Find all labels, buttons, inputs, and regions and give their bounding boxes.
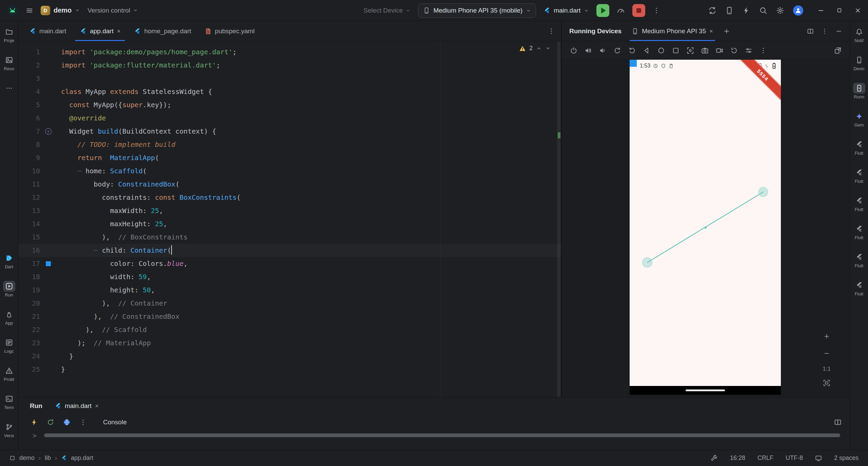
flutter-device-selector[interactable]: Select Device <box>363 7 411 14</box>
tool-flutter-outline[interactable]: Flutt <box>850 139 868 156</box>
device-selector[interactable]: Medium Phone API 35 (mobile) <box>418 3 536 18</box>
code-line-22[interactable]: 22 ), // Scaffold <box>18 323 561 336</box>
code-line-20[interactable]: 20 ), // Container <box>18 297 561 310</box>
version-control-menu[interactable]: Version control <box>87 7 138 14</box>
power-icon[interactable] <box>570 47 577 54</box>
search-icon[interactable] <box>759 6 767 15</box>
tab-main.dart[interactable]: main.dart <box>22 21 73 41</box>
gradle-sync-icon[interactable] <box>708 6 716 15</box>
device-manager-icon[interactable] <box>725 6 733 15</box>
code-line-1[interactable]: 1import 'package:demo/pages/home_page.da… <box>18 45 561 59</box>
settings-icon[interactable] <box>776 6 784 15</box>
code-line-4[interactable]: 4class MyApp extends StatelessWidget { <box>18 85 561 98</box>
tool-logcat[interactable]: Logc <box>0 337 18 354</box>
record-icon[interactable] <box>716 47 723 54</box>
tool-flutter-performance[interactable]: Flutt <box>850 195 868 212</box>
main-menu-icon[interactable] <box>26 7 33 14</box>
tool-dart-analysis[interactable]: Dart <box>0 253 18 269</box>
lightning-icon[interactable] <box>742 6 750 15</box>
close-run-tab-icon[interactable]: × <box>95 403 99 409</box>
tool-running-devices[interactable]: Runn <box>850 83 868 99</box>
code-line-21[interactable]: 21 ), // ConstrainedBox <box>18 310 561 323</box>
tool-flutter-inspector[interactable]: Flutt <box>850 167 868 184</box>
tool-run[interactable]: Run <box>0 281 18 297</box>
close-window-icon[interactable] <box>854 7 861 14</box>
line-ending[interactable]: CRLF <box>757 454 773 462</box>
volume-up-icon[interactable] <box>585 47 592 54</box>
override-gutter-icon[interactable]: ↑ <box>45 128 52 135</box>
tool-notifications[interactable]: Notif <box>850 26 868 43</box>
more-actions-icon[interactable] <box>653 7 660 14</box>
code-line-23[interactable]: 23 ); // MaterialApp <box>18 336 561 350</box>
code-editor[interactable]: 1import 'package:demo/pages/home_page.da… <box>18 41 561 397</box>
tab-pubspec.yaml[interactable]: pubspec.yaml <box>198 21 261 41</box>
color-preview-swatch[interactable] <box>45 261 51 267</box>
tab-app.dart[interactable]: app.dart× <box>73 21 127 41</box>
tool-terminal[interactable]: Term <box>0 393 18 410</box>
more-v-icon[interactable] <box>760 47 767 54</box>
hide-panel-icon[interactable] <box>835 28 842 35</box>
tool-flutter-deep-links[interactable]: Flutt <box>850 252 868 268</box>
detach-window-icon[interactable] <box>834 47 842 54</box>
console-options-icon[interactable] <box>79 419 87 426</box>
devtools-icon[interactable] <box>63 419 71 426</box>
home-icon[interactable] <box>657 47 665 54</box>
tool-app-insights[interactable]: App <box>0 309 18 326</box>
camera-icon[interactable] <box>701 47 709 54</box>
code-line-6[interactable]: 6 @override <box>18 112 561 125</box>
zoom-out-button[interactable]: − <box>824 348 829 359</box>
rotate-cw-icon[interactable] <box>628 47 636 54</box>
screen-reader-icon[interactable] <box>815 455 822 462</box>
code-line-24[interactable]: 24 } <box>18 350 561 363</box>
cursor-position[interactable]: 16:28 <box>730 454 745 462</box>
profiler-icon[interactable] <box>617 6 625 15</box>
code-line-18[interactable]: 18 width: 59, <box>18 270 561 284</box>
code-line-11[interactable]: 11 body: ConstrainedBox( <box>18 178 561 191</box>
panel-options-icon[interactable] <box>821 28 828 35</box>
tab-options-icon[interactable] <box>548 27 555 35</box>
breadcrumb-project[interactable]: demo <box>19 454 35 462</box>
code-line-2[interactable]: 2import 'package:flutter/material.dart'; <box>18 59 561 72</box>
volume-down-icon[interactable] <box>599 47 607 54</box>
run-button[interactable] <box>596 4 609 17</box>
code-line-9[interactable]: 9 return MaterialApp( <box>18 151 561 164</box>
tool-device-manager[interactable]: Devic <box>850 55 868 71</box>
overview-icon[interactable] <box>672 47 679 54</box>
code-line-8[interactable]: 8 // TODO: implement build <box>18 138 561 151</box>
layout-icon[interactable] <box>807 28 814 35</box>
editor-scrollbar[interactable] <box>556 41 561 397</box>
tool-flutter-property-editor[interactable]: Flutt <box>850 280 868 296</box>
tab-close-icon[interactable]: × <box>117 28 121 34</box>
run-configuration-selector[interactable]: main.dart <box>544 7 589 14</box>
code-line-14[interactable]: 14 maxHeight: 25, <box>18 217 561 231</box>
sliders-icon[interactable] <box>745 47 752 54</box>
add-device-icon[interactable] <box>723 28 730 35</box>
code-line-3[interactable]: 3 <box>18 72 561 85</box>
prev-problem-icon[interactable] <box>536 45 542 51</box>
zoom-in-button[interactable]: + <box>824 331 829 342</box>
maximize-window-icon[interactable] <box>836 7 842 13</box>
tool-gemini[interactable]: Gem <box>850 111 868 128</box>
device-screen[interactable]: 1:53 3G <box>630 60 781 386</box>
next-problem-icon[interactable] <box>545 45 551 51</box>
zoom-reset-button[interactable]: 1:1 <box>823 366 831 372</box>
back-icon[interactable] <box>643 47 650 54</box>
emulator-display[interactable]: 1:53 3G <box>630 60 781 395</box>
breadcrumb-file[interactable]: app.dart <box>71 454 93 462</box>
code-line-12[interactable]: 12 constraints: const BoxConstraints( <box>18 191 561 204</box>
run-tab[interactable]: main.dart × <box>55 402 99 410</box>
code-line-17[interactable]: 17 color: Colors.blue, <box>18 257 561 270</box>
project-selector[interactable]: D demo <box>41 6 80 15</box>
breadcrumb[interactable]: demo › lib › app.dart <box>9 454 93 462</box>
file-encoding[interactable]: UTF-8 <box>786 454 803 462</box>
tool-problems[interactable]: Probl <box>0 365 18 382</box>
device-tab[interactable]: Medium Phone API 35 × <box>630 21 715 41</box>
inspections-widget[interactable]: 2 <box>519 45 551 52</box>
indent-setting[interactable]: 2 spaces <box>834 454 859 462</box>
rotate-ccw-icon[interactable] <box>614 47 621 54</box>
tool-project[interactable]: Proje <box>0 26 18 43</box>
code-line-25[interactable]: 25} <box>18 363 561 376</box>
analysis-icon[interactable] <box>711 455 718 462</box>
split-console-icon[interactable] <box>834 419 842 426</box>
screenshot-icon[interactable] <box>687 47 694 54</box>
